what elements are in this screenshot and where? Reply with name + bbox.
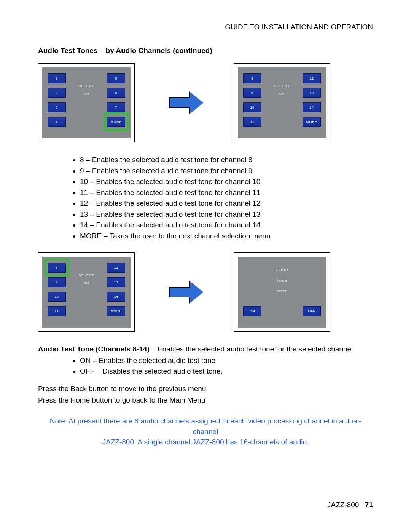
subsection-line: Audio Test Tone (Channels 8-14) – Enable… bbox=[38, 344, 373, 355]
ch-button-3[interactable]: 3 bbox=[48, 102, 66, 112]
panel-3-label-bot: CH bbox=[84, 281, 89, 285]
ch-button-5[interactable]: 5 bbox=[107, 73, 125, 83]
ch-button-6[interactable]: 6 bbox=[107, 88, 125, 98]
tone-label-tone: TONE bbox=[277, 279, 288, 283]
more-button-2[interactable]: MORE bbox=[303, 117, 321, 127]
panel-3-frame: 8 9 10 11 12 13 14 MORE SELECT CH bbox=[38, 252, 135, 332]
list-item: OFF – Disables the selected audio test t… bbox=[80, 366, 373, 377]
footer-page-number: 71 bbox=[365, 501, 373, 509]
figure-row-1: 1 2 3 4 5 6 7 MORE SELECT CH 8 9 10 11 1… bbox=[38, 63, 373, 142]
ch-button-1[interactable]: 1 bbox=[48, 73, 66, 83]
more-button-1[interactable]: MORE bbox=[107, 117, 125, 127]
panel-4: 1.5KHz TONE TEST ON OFF bbox=[238, 257, 326, 328]
panel-2-label-top: SELECT bbox=[274, 84, 290, 88]
ch-button-9[interactable]: 9 bbox=[243, 88, 261, 98]
ch-button-13[interactable]: 13 bbox=[303, 88, 321, 98]
panel-3-label-top: SELECT bbox=[78, 273, 94, 277]
more-button-3[interactable]: MORE bbox=[107, 306, 125, 316]
footer-product: JAZZ-800 | bbox=[327, 501, 365, 509]
panel-2-frame: 8 9 10 11 12 13 14 MORE SELECT CH bbox=[234, 63, 330, 142]
list-item: 12 – Enables the selected audio test ton… bbox=[80, 198, 373, 209]
ch-button-12[interactable]: 12 bbox=[303, 73, 321, 83]
ch-button-10[interactable]: 10 bbox=[243, 102, 261, 112]
list-item: MORE – Takes the user to the next channe… bbox=[80, 231, 373, 241]
ch-button-2[interactable]: 2 bbox=[48, 88, 66, 98]
ch-button-12b[interactable]: 12 bbox=[107, 263, 125, 273]
off-button[interactable]: OFF bbox=[303, 306, 321, 316]
list-item: 14 – Enables the selected audio test ton… bbox=[80, 220, 373, 230]
ch-button-4[interactable]: 4 bbox=[48, 117, 66, 127]
subsection-bold: Audio Test Tone (Channels 8-14) bbox=[38, 345, 150, 353]
tone-label-test: TEST bbox=[277, 289, 287, 293]
panel-1-frame: 1 2 3 4 5 6 7 MORE SELECT CH bbox=[38, 63, 135, 142]
panel-3: 8 9 10 11 12 13 14 MORE SELECT CH bbox=[42, 257, 131, 328]
ch-button-10b[interactable]: 10 bbox=[48, 292, 66, 302]
figure-row-2: 8 9 10 11 12 13 14 MORE SELECT CH 1.5KHz… bbox=[38, 252, 373, 332]
ch-button-11b[interactable]: 11 bbox=[48, 306, 66, 316]
ch-button-9b[interactable]: 9 bbox=[48, 277, 66, 287]
arrow-icon bbox=[169, 92, 203, 113]
ch-button-14[interactable]: 14 bbox=[303, 102, 321, 112]
page-footer: JAZZ-800 | 71 bbox=[327, 501, 373, 509]
list-item: 9 – Enables the selected audio test tone… bbox=[80, 166, 373, 176]
nav-home-text: Press the Home button to go back to the … bbox=[38, 395, 373, 406]
list-item: ON – Enables the selected audio test ton… bbox=[80, 355, 373, 366]
arrow-icon bbox=[169, 281, 203, 303]
panel-1: 1 2 3 4 5 6 7 MORE SELECT CH bbox=[42, 67, 131, 138]
bullet-list-2: ON – Enables the selected audio test ton… bbox=[80, 355, 373, 377]
ch-button-13b[interactable]: 13 bbox=[107, 277, 125, 287]
section-title: Audio Test Tones – by Audio Channels (co… bbox=[38, 46, 373, 55]
tone-label-khz: 1.5KHz bbox=[275, 268, 289, 272]
panel-2-label-bot: CH bbox=[279, 92, 285, 96]
note-line-2: JAZZ-800. A single channel JAZZ-800 has … bbox=[102, 438, 309, 446]
note-line-1: Note: At present there are 8 audio chann… bbox=[50, 417, 362, 436]
panel-4-frame: 1.5KHz TONE TEST ON OFF bbox=[234, 252, 330, 332]
list-item: 10 – Enables the selected audio test ton… bbox=[80, 176, 373, 187]
note-text: Note: At present there are 8 audio chann… bbox=[38, 416, 373, 447]
nav-back-text: Press the Back button to move to the pre… bbox=[38, 383, 373, 394]
list-item: 8 – Enables the selected audio test tone… bbox=[80, 155, 373, 165]
panel-1-label-bot: CH bbox=[84, 92, 89, 96]
ch-button-8[interactable]: 8 bbox=[243, 73, 261, 83]
panel-1-label-top: SELECT bbox=[78, 84, 94, 88]
list-item: 13 – Enables the selected audio test ton… bbox=[80, 209, 373, 220]
bullet-list-1: 8 – Enables the selected audio test tone… bbox=[80, 155, 373, 241]
ch-button-11[interactable]: 11 bbox=[243, 117, 261, 127]
ch-button-8b[interactable]: 8 bbox=[48, 263, 66, 273]
on-button[interactable]: ON bbox=[243, 306, 261, 316]
ch-button-7[interactable]: 7 bbox=[107, 102, 125, 112]
subsection-rest: – Enables the selected audio test tone f… bbox=[150, 345, 355, 353]
ch-button-14b[interactable]: 14 bbox=[107, 292, 125, 302]
list-item: 11 – Enables the selected audio test ton… bbox=[80, 187, 373, 198]
page-header: GUIDE TO INSTALLATION AND OPERATION bbox=[38, 23, 373, 31]
panel-2: 8 9 10 11 12 13 14 MORE SELECT CH bbox=[238, 67, 326, 138]
